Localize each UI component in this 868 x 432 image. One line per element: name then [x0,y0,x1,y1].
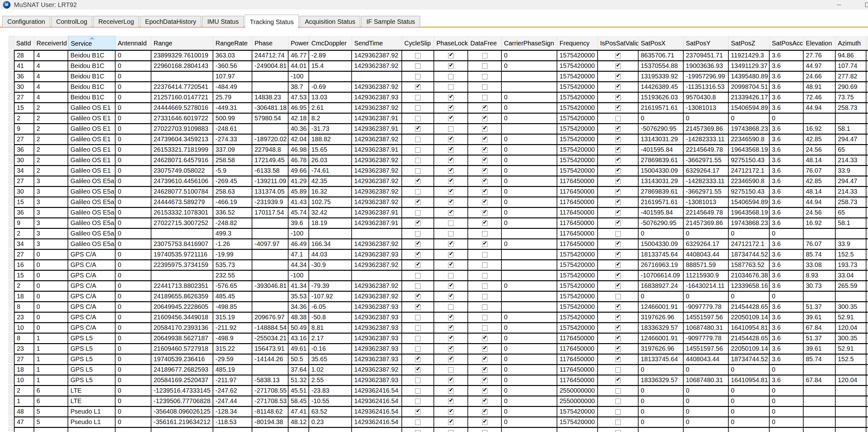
column-header-phase[interactable]: Phase [252,36,288,50]
cycleslip-checkbox[interactable] [415,231,421,237]
ispossatvalid-checkbox[interactable]: ✔ [615,221,621,226]
maximize-button[interactable] [860,0,868,9]
cycleslip-checkbox[interactable] [415,189,421,194]
datafree-checkbox[interactable]: ✔ [482,199,488,205]
datafree-checkbox[interactable]: ✔ [482,242,488,247]
row-selector[interactable] [8,291,14,300]
row-selector[interactable] [8,238,14,248]
phaselock-checkbox[interactable]: ✔ [448,263,454,268]
row-selector[interactable] [8,217,14,227]
tab-epochdatahistory[interactable]: EpochDataHistory [140,16,201,27]
cycleslip-checkbox[interactable]: ✔ [415,263,421,268]
ispossatvalid-checkbox[interactable]: ✔ [615,158,621,163]
row-selector[interactable] [8,427,14,431]
select-all-corner[interactable] [8,36,14,49]
column-header-power[interactable]: Power [288,36,309,50]
row-selector[interactable] [8,228,14,238]
phaselock-checkbox[interactable] [448,430,454,432]
ispossatvalid-checkbox[interactable] [615,294,621,299]
ispossatvalid-checkbox[interactable]: ✔ [615,273,621,278]
cycleslip-checkbox[interactable] [415,378,421,383]
phaselock-checkbox[interactable]: ✔ [448,105,454,111]
ispossatvalid-checkbox[interactable]: ✔ [615,85,621,90]
cycleslip-checkbox[interactable]: ✔ [415,85,421,90]
phaselock-checkbox[interactable]: ✔ [448,326,454,331]
cycleslip-checkbox[interactable]: ✔ [415,199,421,205]
ispossatvalid-checkbox[interactable] [615,367,621,373]
ispossatvalid-checkbox[interactable]: ✔ [615,315,621,320]
phaselock-checkbox[interactable] [448,85,454,90]
column-header-satposacc[interactable]: SatPosAcc [770,36,804,50]
column-header-rangerate[interactable]: RangeRate [213,36,252,50]
phaselock-checkbox[interactable]: ✔ [448,179,454,184]
datafree-checkbox[interactable]: ✔ [482,388,488,394]
datafree-checkbox[interactable]: ✔ [482,116,488,121]
datafree-checkbox[interactable] [482,304,488,310]
ispossatvalid-checkbox[interactable]: ✔ [615,199,621,205]
tab-acquisition-status[interactable]: Acquisition Status [300,16,360,27]
column-header-service[interactable]: Service [68,36,116,50]
phaselock-checkbox[interactable] [448,273,454,278]
datafree-checkbox[interactable]: ✔ [482,367,488,373]
phaselock-checkbox[interactable]: ✔ [448,388,454,394]
phaselock-checkbox[interactable] [448,367,454,373]
phaselock-checkbox[interactable] [448,304,454,310]
datafree-checkbox[interactable]: ✔ [482,210,488,216]
row-selector[interactable] [8,301,14,311]
phaselock-checkbox[interactable]: ✔ [448,168,454,174]
datafree-checkbox[interactable] [482,74,488,79]
phaselock-checkbox[interactable]: ✔ [448,357,454,362]
phaselock-checkbox[interactable]: ✔ [448,420,454,425]
cycleslip-checkbox[interactable]: ✔ [415,252,421,257]
phaselock-checkbox[interactable]: ✔ [448,147,454,153]
datafree-checkbox[interactable] [482,85,488,90]
phaselock-checkbox[interactable]: ✔ [448,95,454,100]
column-header-antennaid[interactable]: AntennaId [116,36,151,50]
column-header-satposy[interactable]: SatPosY [684,36,729,50]
phaselock-checkbox[interactable]: ✔ [448,158,454,163]
ispossatvalid-checkbox[interactable]: ✔ [615,53,621,58]
row-selector[interactable] [8,92,14,101]
ispossatvalid-checkbox[interactable]: ✔ [615,137,621,142]
cycleslip-checkbox[interactable] [415,168,421,174]
row-selector[interactable] [8,312,14,321]
phaselock-checkbox[interactable]: ✔ [448,294,454,299]
row-selector[interactable] [8,113,14,122]
row-selector[interactable] [8,396,14,405]
row-selector[interactable] [8,50,14,59]
row-selector[interactable] [8,71,14,80]
column-header-satposx[interactable]: SatPosX [639,36,684,50]
datafree-checkbox[interactable]: ✔ [482,189,488,194]
datafree-checkbox[interactable]: ✔ [482,137,488,142]
phaselock-checkbox[interactable]: ✔ [448,409,454,414]
ispossatvalid-checkbox[interactable]: ✔ [615,336,621,341]
ispossatvalid-checkbox[interactable]: ✔ [615,346,621,352]
phaselock-checkbox[interactable]: ✔ [448,116,454,121]
column-header-ispossatvalid[interactable]: IsPosSatValid [598,36,639,50]
ispossatvalid-checkbox[interactable]: ✔ [615,74,621,79]
cycleslip-checkbox[interactable]: ✔ [415,367,421,373]
column-header-phaselock[interactable]: PhaseLock [434,36,468,50]
datafree-checkbox[interactable]: ✔ [482,179,488,184]
ispossatvalid-checkbox[interactable] [615,430,621,432]
column-header-datafree[interactable]: DataFree [468,36,502,50]
ispossatvalid-checkbox[interactable]: ✔ [615,147,621,153]
column-header-satid[interactable]: SatId [14,36,34,50]
cycleslip-checkbox[interactable] [415,147,421,153]
row-selector[interactable] [8,343,14,353]
phaselock-checkbox[interactable]: ✔ [448,283,454,289]
row-selector[interactable] [8,259,14,269]
row-selector[interactable] [8,270,14,279]
tab-tracking-status[interactable]: Tracking Status [245,14,299,29]
row-selector[interactable] [8,322,14,332]
row-selector[interactable] [8,60,14,70]
cycleslip-checkbox[interactable]: ✔ [415,357,421,362]
datafree-checkbox[interactable]: ✔ [482,357,488,362]
datafree-checkbox[interactable] [482,283,488,289]
row-selector[interactable] [8,196,14,206]
datafree-checkbox[interactable] [482,294,488,299]
datafree-checkbox[interactable] [482,273,488,278]
cycleslip-checkbox[interactable] [415,336,421,341]
cycleslip-checkbox[interactable] [415,116,421,121]
datafree-checkbox[interactable]: ✔ [482,221,488,226]
